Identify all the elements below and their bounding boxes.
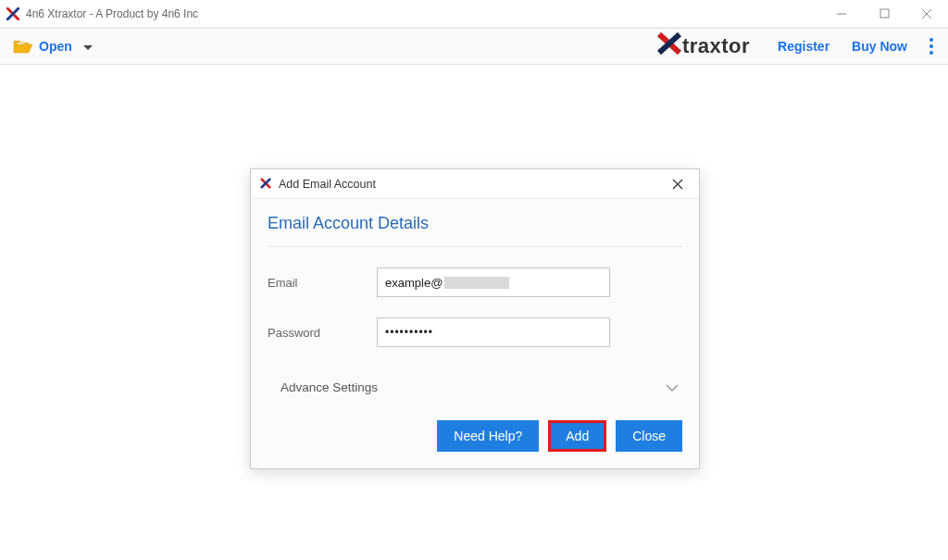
titlebar: 4n6 Xtraxtor - A Product by 4n6 Inc bbox=[0, 0, 948, 28]
email-row: Email example@ bbox=[268, 268, 682, 297]
close-button[interactable]: Close bbox=[616, 420, 682, 452]
register-link[interactable]: Register bbox=[778, 39, 830, 54]
folder-open-icon bbox=[13, 39, 31, 54]
chevron-down-icon bbox=[666, 380, 679, 394]
password-label: Password bbox=[268, 326, 377, 340]
email-field[interactable]: example@ bbox=[377, 268, 610, 297]
email-label: Email bbox=[268, 276, 377, 290]
add-button-highlight: Add bbox=[548, 420, 606, 452]
window-controls bbox=[820, 0, 948, 27]
logo-text: traxtor bbox=[682, 34, 750, 58]
password-value: •••••••••• bbox=[385, 326, 433, 339]
app-icon bbox=[6, 6, 20, 21]
maximize-button[interactable] bbox=[863, 0, 905, 27]
password-row: Password •••••••••• bbox=[268, 317, 682, 347]
dialog-body: Email Account Details Email example@ Pas… bbox=[251, 199, 699, 468]
more-menu-button[interactable] bbox=[924, 34, 939, 58]
dialog-header: Add Email Account bbox=[251, 169, 699, 199]
close-window-button[interactable] bbox=[905, 0, 948, 27]
redacted-segment bbox=[444, 277, 509, 289]
open-menu-button[interactable]: Open bbox=[13, 39, 93, 54]
window-title: 4n6 Xtraxtor - A Product by 4n6 Inc bbox=[26, 7, 198, 20]
advance-settings-toggle[interactable]: Advance Settings bbox=[268, 375, 682, 400]
app-logo: traxtor bbox=[657, 32, 750, 60]
toolbar: Open traxtor Register Buy Now bbox=[0, 28, 948, 65]
dialog-close-button[interactable] bbox=[666, 172, 690, 196]
advance-settings-label: Advance Settings bbox=[281, 380, 378, 394]
dialog-app-icon bbox=[260, 178, 273, 191]
dialog-title: Add Email Account bbox=[279, 178, 376, 191]
chevron-down-icon bbox=[83, 39, 93, 54]
email-value-prefix: example@ bbox=[385, 276, 443, 290]
buy-now-link[interactable]: Buy Now bbox=[852, 39, 907, 54]
svg-rect-1 bbox=[880, 9, 889, 18]
minimize-button[interactable] bbox=[820, 0, 863, 27]
section-title: Email Account Details bbox=[268, 214, 682, 247]
need-help-button[interactable]: Need Help? bbox=[437, 420, 539, 452]
dialog-footer: Need Help? Add Close bbox=[268, 400, 682, 455]
password-field[interactable]: •••••••••• bbox=[377, 317, 610, 347]
add-email-account-dialog: Add Email Account Email Account Details … bbox=[250, 168, 700, 469]
open-label: Open bbox=[39, 39, 72, 54]
logo-x-icon bbox=[657, 32, 681, 60]
add-button[interactable]: Add bbox=[551, 423, 604, 449]
